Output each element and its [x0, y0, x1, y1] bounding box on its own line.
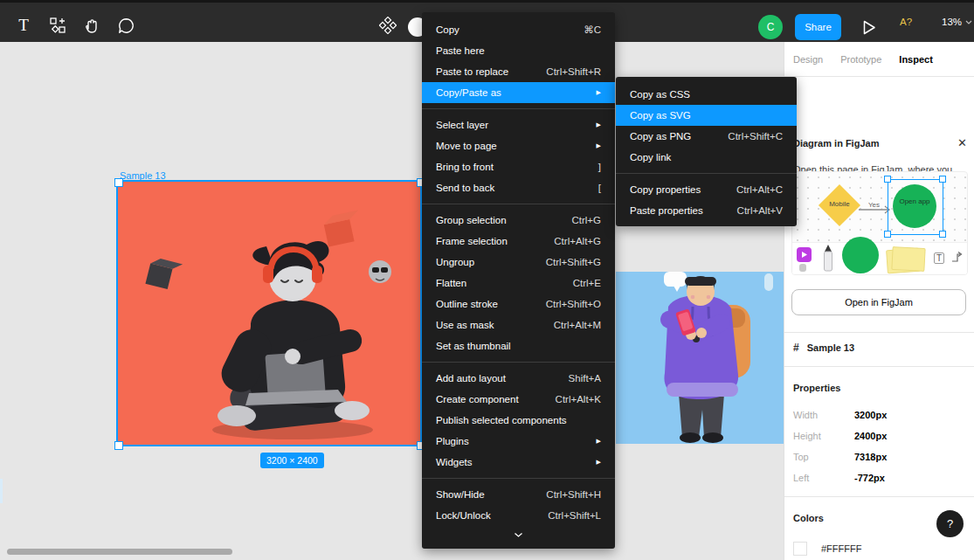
inspector-panel: DesignPrototypeInspect Diagram in FigJam… — [784, 42, 974, 560]
menu-item-label: Copy as PNG — [630, 131, 728, 142]
menu-item-label: Frame selection — [436, 236, 554, 246]
menu-item-label: Copy properties — [630, 184, 736, 195]
missing-fonts-indicator[interactable]: A? — [900, 17, 912, 27]
properties-heading: Properties — [793, 383, 840, 393]
menu-item-paste-properties[interactable]: Paste propertiesCtrl+Alt+V — [616, 200, 797, 221]
property-row-left: Left-772px — [793, 467, 965, 488]
menu-item-outline-stroke[interactable]: Outline strokeCtrl+Shift+O — [422, 294, 615, 315]
menu-item-shortcut: Ctrl+Alt+K — [556, 394, 601, 404]
property-label: Width — [793, 410, 854, 420]
menu-item-select-layer[interactable]: Select layer▶ — [422, 114, 615, 135]
selection-handle-bottom-left[interactable] — [114, 441, 123, 450]
menu-item-label: Plugins — [436, 436, 590, 446]
menu-item-flatten[interactable]: FlattenCtrl+E — [422, 273, 615, 294]
avatar-initial: C — [767, 21, 775, 33]
menu-item-copy-as-css[interactable]: Copy as CSS — [616, 84, 797, 105]
share-button[interactable]: Share — [795, 14, 841, 40]
menu-item-label: Outline stroke — [436, 299, 546, 309]
menu-item-shortcut: Ctrl+Alt+M — [554, 320, 601, 330]
menu-item-shortcut: Ctrl+Alt+V — [737, 205, 783, 216]
help-button[interactable]: ? — [936, 510, 964, 537]
menu-item-copy-as-png[interactable]: Copy as PNGCtrl+Shift+C — [616, 126, 797, 147]
present-button[interactable] — [858, 16, 881, 38]
figjam-selection-handle — [939, 176, 946, 183]
menu-item-copy-link[interactable]: Copy link — [616, 147, 797, 168]
menu-item-add-auto-layout[interactable]: Add auto layoutShift+A — [422, 368, 615, 389]
menu-item-shortcut: [ — [598, 183, 601, 193]
menu-item-create-component[interactable]: Create componentCtrl+Alt+K — [422, 389, 615, 410]
menu-item-label: Widgets — [436, 457, 590, 467]
zoom-level-dropdown[interactable]: 13% — [942, 17, 972, 27]
menu-item-send-to-back[interactable]: Send to back[ — [422, 177, 615, 198]
menu-item-plugins[interactable]: Plugins▶ — [422, 431, 615, 452]
menu-item-label: Add auto layout — [436, 373, 569, 384]
color-swatch — [793, 542, 807, 556]
color-row[interactable]: #FFFFFF — [793, 542, 861, 556]
menu-item-label: Group selection — [436, 215, 571, 225]
menu-divider — [422, 204, 615, 204]
horizontal-scrollbar[interactable] — [7, 549, 232, 555]
submenu-arrow-icon: ▶ — [597, 142, 601, 149]
menu-item-paste-here[interactable]: Paste here — [422, 40, 615, 61]
comment-tool-button[interactable] — [114, 14, 137, 37]
illustration-person-laptop — [118, 182, 420, 445]
open-in-figjam-button[interactable]: Open in FigJam — [791, 289, 966, 315]
colors-heading: Colors — [793, 513, 824, 523]
menu-item-copy-paste-as[interactable]: Copy/Paste as▶ — [422, 82, 615, 103]
menu-scroll-down-indicator[interactable] — [422, 526, 615, 543]
frame-name-label[interactable]: Sample 13 — [120, 170, 166, 181]
avatar[interactable]: C — [758, 15, 783, 39]
figjam-preview[interactable]: Mobile Yes Open app — [791, 171, 968, 275]
menu-item-widgets[interactable]: Widgets▶ — [422, 452, 615, 473]
tab-inspect[interactable]: Inspect — [899, 54, 933, 65]
menu-item-shortcut: Ctrl+Shift+L — [548, 510, 601, 521]
menu-item-copy-as-svg[interactable]: Copy as SVG — [616, 105, 797, 126]
hand-icon — [82, 16, 101, 35]
frame-sample-13[interactable] — [118, 182, 420, 445]
component-tool-button[interactable] — [46, 14, 69, 37]
menu-item-lock-unlock[interactable]: Lock/UnlockCtrl+Shift+L — [422, 505, 615, 526]
selection-row[interactable]: # Sample 13 — [793, 342, 854, 354]
menu-item-label: Bring to front — [436, 162, 598, 172]
menu-item-label: Move to page — [436, 141, 590, 151]
property-value[interactable]: 2400px — [854, 431, 887, 441]
diagram-shapes-button[interactable] — [376, 14, 399, 37]
diamond-grid-icon — [379, 17, 397, 34]
menu-item-paste-to-replace[interactable]: Paste to replaceCtrl+Shift+R — [422, 61, 615, 82]
divider — [784, 496, 974, 497]
menu-item-use-as-mask[interactable]: Use as maskCtrl+Alt+M — [422, 315, 615, 335]
menu-item-label: Paste here — [436, 45, 601, 56]
menu-item-shortcut: Ctrl+Shift+C — [728, 131, 783, 142]
menu-item-bring-to-front[interactable]: Bring to front] — [422, 156, 615, 177]
menu-item-label: Ungroup — [436, 257, 546, 267]
menu-item-label: Paste properties — [630, 205, 737, 216]
menu-item-publish-selected-components[interactable]: Publish selected components — [422, 410, 615, 431]
menu-item-label: Show/Hide — [436, 489, 546, 500]
property-value[interactable]: 7318px — [854, 452, 887, 462]
menu-item-label: Copy as CSS — [630, 89, 783, 100]
property-row-width: Width3200px — [793, 404, 965, 425]
menu-item-move-to-page[interactable]: Move to page▶ — [422, 135, 615, 156]
menu-item-ungroup[interactable]: UngroupCtrl+Shift+G — [422, 252, 615, 273]
hand-tool-button[interactable] — [80, 14, 103, 37]
text-tool-button[interactable]: T — [12, 14, 35, 37]
figjam-selection-handle — [884, 176, 891, 183]
property-value[interactable]: 3200px — [854, 410, 887, 420]
menu-item-copy[interactable]: Copy⌘C — [422, 19, 615, 40]
tab-design[interactable]: Design — [793, 54, 823, 65]
menu-item-group-selection[interactable]: Group selectionCtrl+G — [422, 210, 615, 231]
selection-handle-top-left[interactable] — [114, 178, 123, 187]
frame-person-phone[interactable] — [616, 272, 784, 444]
property-label: Top — [793, 452, 854, 462]
menu-item-copy-properties[interactable]: Copy propertiesCtrl+Alt+C — [616, 179, 797, 200]
close-icon[interactable]: ✕ — [957, 136, 967, 149]
menu-divider — [616, 173, 797, 174]
menu-item-show-hide[interactable]: Show/HideCtrl+Shift+H — [422, 484, 615, 505]
menu-item-shortcut: Ctrl+Alt+C — [736, 184, 783, 195]
tab-prototype[interactable]: Prototype — [840, 54, 881, 65]
menu-item-frame-selection[interactable]: Frame selectionCtrl+Alt+G — [422, 231, 615, 252]
divider — [784, 332, 974, 333]
menu-item-label: Select layer — [436, 120, 590, 130]
menu-item-set-as-thumbnail[interactable]: Set as thumbnail — [422, 335, 615, 356]
property-value[interactable]: -772px — [854, 473, 885, 483]
